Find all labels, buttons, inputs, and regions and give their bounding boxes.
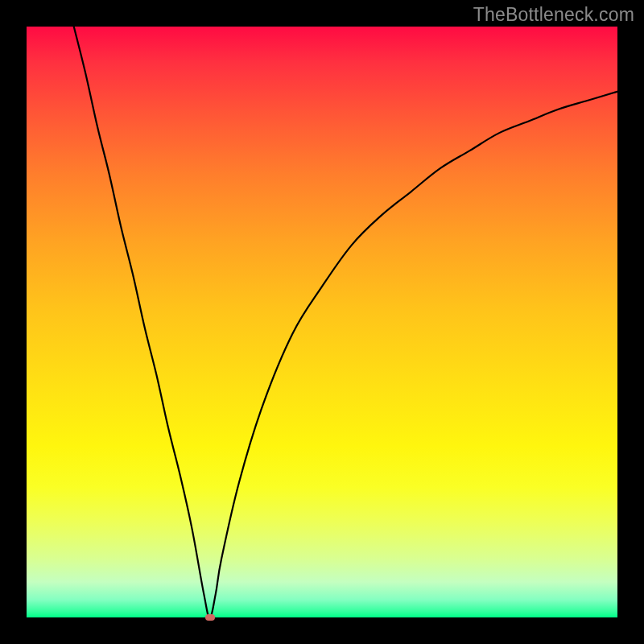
bottleneck-curve [74, 27, 617, 617]
plot-area [27, 27, 617, 617]
curve-svg [27, 27, 617, 617]
chart-frame: TheBottleneck.com [0, 0, 644, 644]
minimum-marker [205, 614, 215, 621]
watermark-text: TheBottleneck.com [473, 4, 634, 26]
